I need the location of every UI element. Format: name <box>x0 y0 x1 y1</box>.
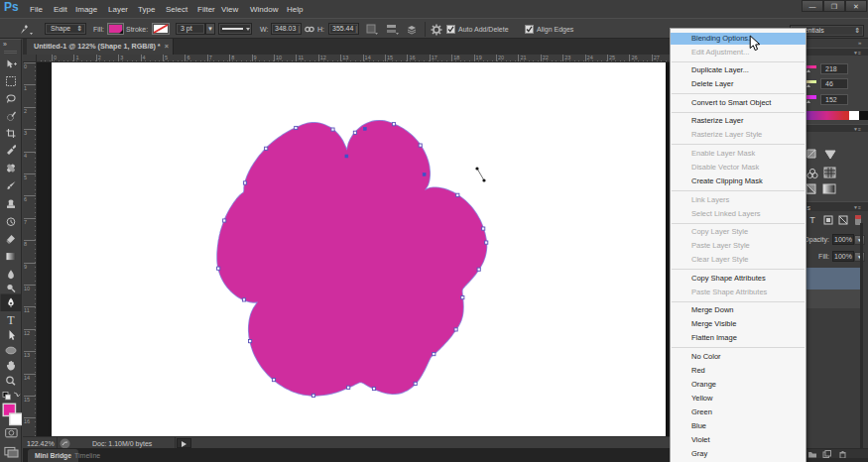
svg-text:T: T <box>809 215 815 225</box>
svg-text:T: T <box>7 313 15 327</box>
